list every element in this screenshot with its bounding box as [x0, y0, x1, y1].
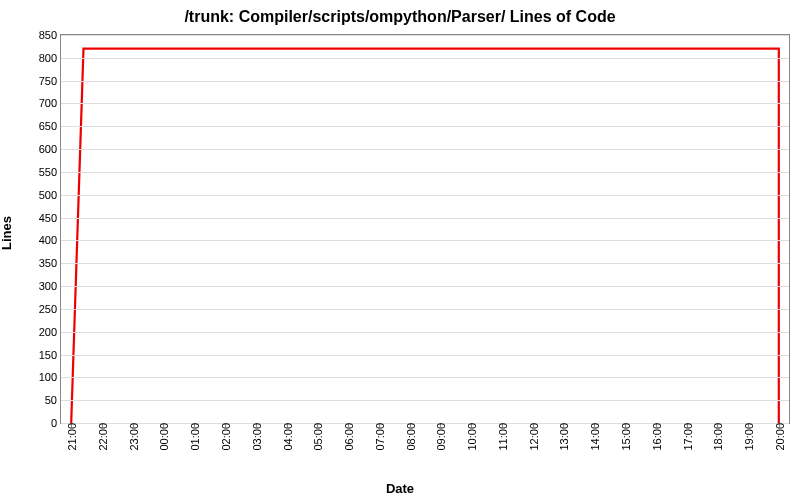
series-line: [71, 49, 779, 423]
gridline-h: [61, 126, 789, 127]
gridline-h: [61, 400, 789, 401]
y-axis-label: Lines: [0, 216, 14, 250]
x-tick-label: 04:00: [280, 423, 294, 451]
x-tick-label: 02:00: [218, 423, 232, 451]
x-tick-label: 15:00: [618, 423, 632, 451]
x-tick-label: 06:00: [341, 423, 355, 451]
plot-wrap: 0501001502002503003504004505005506006507…: [60, 34, 790, 424]
gridline-h: [61, 195, 789, 196]
gridline-h: [61, 286, 789, 287]
gridline-h: [61, 377, 789, 378]
x-tick-label: 19:00: [741, 423, 755, 451]
x-tick-label: 08:00: [403, 423, 417, 451]
x-tick-label: 16:00: [649, 423, 663, 451]
x-tick-label: 07:00: [372, 423, 386, 451]
gridline-h: [61, 35, 789, 36]
y-tick-label: 50: [45, 394, 61, 406]
x-tick-label: 05:00: [310, 423, 324, 451]
x-axis-label: Date: [386, 481, 414, 496]
x-tick-label: 13:00: [556, 423, 570, 451]
y-tick-label: 500: [39, 189, 61, 201]
y-tick-label: 450: [39, 212, 61, 224]
y-tick-label: 0: [51, 417, 61, 429]
y-tick-label: 100: [39, 371, 61, 383]
x-tick-label: 12:00: [526, 423, 540, 451]
x-tick-label: 20:00: [772, 423, 786, 451]
gridline-h: [61, 263, 789, 264]
x-tick-label: 09:00: [433, 423, 447, 451]
chart-line-layer: [61, 35, 789, 423]
gridline-h: [61, 149, 789, 150]
gridline-h: [61, 58, 789, 59]
y-tick-label: 400: [39, 234, 61, 246]
y-tick-label: 700: [39, 97, 61, 109]
y-tick-label: 750: [39, 75, 61, 87]
plot-area: 0501001502002503003504004505005506006507…: [60, 34, 790, 424]
y-tick-label: 250: [39, 303, 61, 315]
x-tick-label: 10:00: [464, 423, 478, 451]
gridline-h: [61, 332, 789, 333]
chart-title: /trunk: Compiler/scripts/ompython/Parser…: [0, 0, 800, 30]
y-tick-label: 600: [39, 143, 61, 155]
y-tick-label: 550: [39, 166, 61, 178]
x-tick-label: 21:00: [64, 423, 78, 451]
gridline-h: [61, 240, 789, 241]
gridline-h: [61, 355, 789, 356]
y-tick-label: 800: [39, 52, 61, 64]
y-tick-label: 150: [39, 349, 61, 361]
gridline-h: [61, 218, 789, 219]
gridline-h: [61, 81, 789, 82]
x-tick-label: 03:00: [249, 423, 263, 451]
x-tick-label: 23:00: [126, 423, 140, 451]
y-tick-label: 850: [39, 29, 61, 41]
y-tick-label: 200: [39, 326, 61, 338]
y-tick-label: 350: [39, 257, 61, 269]
gridline-h: [61, 103, 789, 104]
gridline-h: [61, 172, 789, 173]
x-tick-label: 14:00: [587, 423, 601, 451]
y-tick-label: 300: [39, 280, 61, 292]
x-tick-label: 01:00: [187, 423, 201, 451]
x-tick-label: 17:00: [680, 423, 694, 451]
x-tick-label: 00:00: [156, 423, 170, 451]
gridline-h: [61, 309, 789, 310]
x-tick-label: 22:00: [95, 423, 109, 451]
x-tick-label: 18:00: [710, 423, 724, 451]
x-tick-label: 11:00: [495, 423, 509, 451]
chart-container: /trunk: Compiler/scripts/ompython/Parser…: [0, 0, 800, 500]
y-tick-label: 650: [39, 120, 61, 132]
